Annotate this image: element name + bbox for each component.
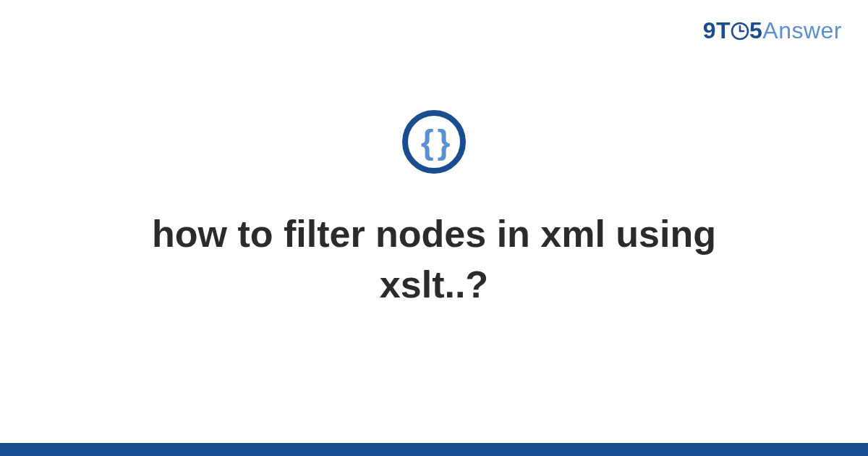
footer-accent-bar bbox=[0, 443, 868, 456]
main-content: { } how to filter nodes in xml using xsl… bbox=[0, 0, 868, 456]
code-braces-icon: { } bbox=[421, 125, 448, 159]
page-title: how to filter nodes in xml using xslt..? bbox=[72, 208, 796, 310]
topic-icon-circle: { } bbox=[402, 110, 466, 174]
